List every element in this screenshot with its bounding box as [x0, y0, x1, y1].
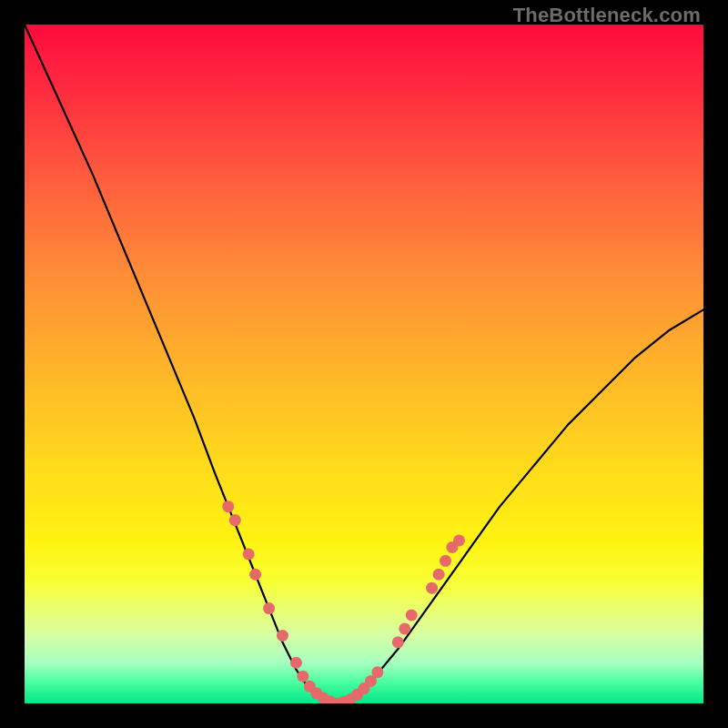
data-point — [243, 548, 255, 560]
data-point — [426, 582, 438, 594]
data-point — [399, 622, 410, 634]
data-point — [453, 534, 465, 546]
data-point — [249, 569, 261, 581]
plot-area — [25, 25, 703, 703]
bottleneck-curve — [25, 25, 703, 703]
data-point — [433, 569, 445, 581]
data-point — [392, 636, 404, 648]
data-point — [297, 671, 308, 682]
data-point — [371, 666, 383, 678]
chart-svg — [25, 25, 703, 703]
data-point — [290, 657, 302, 669]
data-point — [277, 630, 288, 642]
chart-frame: TheBottleneck.com — [0, 0, 728, 728]
data-point — [440, 555, 451, 567]
data-point — [263, 602, 275, 614]
data-point — [406, 610, 418, 622]
data-point — [222, 500, 234, 512]
data-point — [229, 514, 241, 526]
marker-group — [222, 500, 465, 703]
